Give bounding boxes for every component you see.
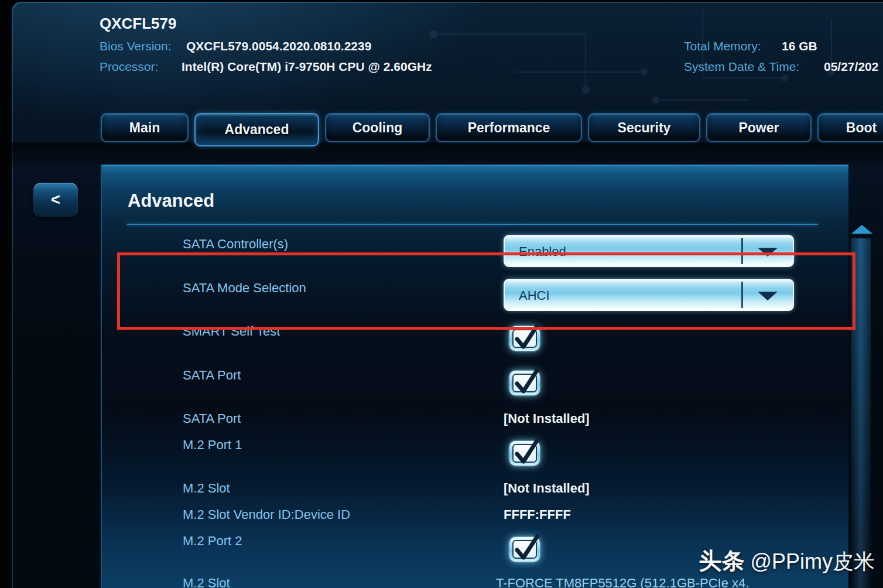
dropdown-divider	[741, 238, 743, 264]
tab-cooling[interactable]: Cooling	[325, 113, 430, 142]
processor-label: Processor:	[100, 60, 158, 74]
scroll-up-button[interactable]	[851, 225, 872, 234]
dropdown-sata-mode[interactable]: AHCI	[504, 279, 794, 311]
value-sata-port-status: [Not Installed]	[504, 411, 590, 426]
page-title: Advanced	[128, 190, 214, 211]
bios-screen: QXCFL579 Bios Version: QXCFL579.0054.202…	[0, 0, 883, 588]
checkmark-icon	[511, 364, 541, 397]
value-m2-slot-device: T-FORCE TM8FP5512G (512.1GB-PCIe x4.	[496, 576, 749, 588]
setting-label-m2-slot-1: M.2 Slot	[183, 481, 230, 496]
chevron-down-icon	[758, 248, 778, 257]
total-memory-label: Total Memory:	[684, 39, 761, 53]
checkmark-icon	[511, 320, 541, 353]
scrollbar-track[interactable]	[851, 238, 871, 588]
value-m2-slot-status: [Not Installed]	[504, 481, 590, 496]
setting-label-sata-controllers: SATA Controller(s)	[183, 237, 288, 252]
tab-main[interactable]: Main	[101, 113, 189, 142]
dropdown-divider	[741, 282, 743, 308]
back-button[interactable]: <	[33, 183, 78, 217]
dropdown-selected-value: Enabled	[519, 236, 566, 267]
tab-power[interactable]: Power	[706, 113, 812, 142]
screen-area: QXCFL579 Bios Version: QXCFL579.0054.202…	[12, 2, 883, 588]
checkmark-icon	[511, 435, 541, 467]
checkbox-sata-port[interactable]	[509, 371, 540, 395]
watermark-logo-text: 头条	[699, 548, 744, 573]
model-name: QXCFL579	[100, 15, 177, 33]
title-divider	[127, 224, 818, 225]
dropdown-sata-controllers[interactable]: Enabled	[504, 235, 794, 267]
tab-advanced[interactable]: Advanced	[194, 113, 319, 146]
checkmark-icon	[511, 531, 541, 563]
dropdown-selected-value: AHCI	[519, 280, 550, 311]
total-memory-value: 16 GB	[782, 39, 817, 53]
setting-label-smart-self-test: SMART Self Test	[183, 324, 280, 339]
tab-bar: Main Advanced Cooling Performance Securi…	[101, 113, 883, 146]
value-m2-vendor-device: FFFF:FFFF	[504, 507, 571, 522]
watermark: 头条@PPimy皮米	[699, 545, 875, 577]
setting-label-m2-port-2: M.2 Port 2	[183, 534, 242, 549]
bios-version-value: QXCFL579.0054.2020.0810.2239	[186, 39, 371, 53]
tab-performance[interactable]: Performance	[436, 113, 582, 142]
watermark-handle-text: @PPimy皮米	[750, 549, 875, 573]
system-datetime-value: 05/27/202	[824, 60, 878, 74]
tab-security[interactable]: Security	[588, 113, 700, 142]
setting-label-m2-slot-2: M.2 Slot	[183, 576, 230, 588]
tab-boot[interactable]: Boot	[817, 113, 883, 142]
checkbox-m2-port-2[interactable]	[509, 537, 540, 562]
processor-value: Intel(R) Core(TM) i7-9750H CPU @ 2.60GHz	[182, 60, 432, 74]
system-datetime-label: System Date & Time:	[684, 60, 799, 74]
setting-label-sata-port-2: SATA Port	[183, 411, 241, 426]
checkbox-m2-port-1[interactable]	[509, 441, 540, 466]
checkbox-smart-self-test[interactable]	[509, 326, 540, 351]
back-chevron-icon: <	[51, 191, 60, 209]
advanced-settings-panel: Advanced SATA Controller(s) Enabled SATA…	[101, 165, 848, 588]
bios-version-label: Bios Version:	[100, 39, 172, 53]
setting-label-m2-vendor-device: M.2 Slot Vendor ID:Device ID	[183, 507, 350, 522]
setting-label-sata-port-1: SATA Port	[183, 368, 241, 383]
setting-label-sata-mode: SATA Mode Selection	[183, 281, 306, 296]
chevron-down-icon	[758, 292, 778, 300]
setting-label-m2-port-1: M.2 Port 1	[183, 437, 242, 453]
chevron-up-icon	[851, 225, 872, 234]
